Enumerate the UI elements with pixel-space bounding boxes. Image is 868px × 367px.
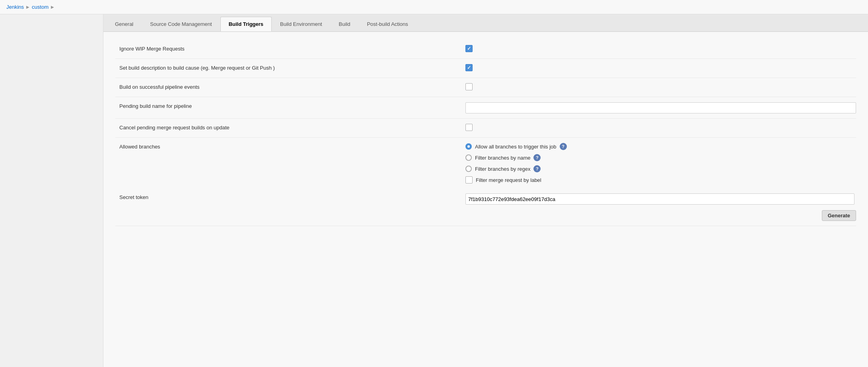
- radio-label-filter-by-name: Filter branches by name: [475, 155, 530, 161]
- label-pending-build-name: Pending build name for pipeline: [115, 102, 465, 109]
- radio-filter-by-regex[interactable]: [465, 166, 472, 172]
- label-build-on-pipeline: Build on successful pipeline events: [115, 83, 465, 90]
- radio-label-filter-by-label: Filter merge request by label: [476, 177, 541, 183]
- form-row-build-on-pipeline: Build on successful pipeline events: [115, 78, 856, 97]
- breadcrumb-jenkins[interactable]: Jenkins: [6, 4, 24, 10]
- radio-option-filter-by-name: Filter branches by name ?: [465, 154, 567, 161]
- tab-build-triggers[interactable]: Build Triggers: [220, 17, 272, 31]
- form-row-cancel-pending: Cancel pending merge request builds on u…: [115, 119, 856, 138]
- form-row-allowed-branches: Allowed branches Allow all branches to t…: [115, 138, 856, 188]
- breadcrumb-custom[interactable]: custom: [32, 4, 49, 10]
- tab-general[interactable]: General: [107, 17, 142, 31]
- radio-label-filter-by-regex: Filter branches by regex: [475, 166, 530, 172]
- help-icon-filter-by-regex[interactable]: ?: [533, 165, 541, 172]
- radio-option-all-branches: Allow all branches to trigger this job ?: [465, 143, 567, 150]
- content-area: General Source Code Management Build Tri…: [103, 14, 868, 367]
- control-allowed-branches: Allow all branches to trigger this job ?…: [465, 143, 856, 184]
- tab-post-build[interactable]: Post-build Actions: [358, 17, 416, 31]
- radio-option-filter-by-label: Filter merge request by label: [465, 176, 567, 184]
- main-layout: General Source Code Management Build Tri…: [0, 14, 868, 367]
- help-icon-all-branches[interactable]: ?: [560, 143, 567, 150]
- help-icon-filter-by-name[interactable]: ?: [533, 154, 541, 161]
- form-row-build-description: Set build description to build cause (eg…: [115, 59, 856, 78]
- radio-group-branches: Allow all branches to trigger this job ?…: [465, 143, 567, 184]
- radio-all-branches[interactable]: [465, 143, 472, 150]
- checkbox-filter-by-label[interactable]: [465, 176, 473, 184]
- tab-bar: General Source Code Management Build Tri…: [103, 14, 868, 32]
- tab-scm[interactable]: Source Code Management: [142, 17, 220, 31]
- form-content: Ignore WIP Merge Requests Set build desc…: [103, 32, 868, 234]
- radio-filter-by-name[interactable]: [465, 154, 472, 161]
- label-secret-token: Secret token: [115, 193, 465, 200]
- generate-button[interactable]: Generate: [822, 210, 856, 221]
- form-row-secret-token: Secret token Generate: [115, 188, 856, 226]
- breadcrumb-arrow-2: ▶: [51, 5, 54, 9]
- label-build-description: Set build description to build cause (eg…: [115, 64, 465, 71]
- checkbox-build-description[interactable]: [465, 64, 473, 71]
- checkbox-ignore-wip[interactable]: [465, 45, 473, 52]
- tab-build-env[interactable]: Build Environment: [272, 17, 331, 31]
- breadcrumb-arrow-1: ▶: [26, 5, 29, 9]
- sidebar: [0, 14, 103, 367]
- label-ignore-wip: Ignore WIP Merge Requests: [115, 45, 465, 52]
- label-allowed-branches: Allowed branches: [115, 143, 465, 150]
- checkbox-build-on-pipeline[interactable]: [465, 83, 473, 90]
- tab-build[interactable]: Build: [331, 17, 359, 31]
- form-row-ignore-wip: Ignore WIP Merge Requests: [115, 40, 856, 59]
- checkbox-cancel-pending[interactable]: [465, 124, 473, 131]
- form-row-pending-build-name: Pending build name for pipeline: [115, 97, 856, 119]
- radio-label-all-branches: Allow all branches to trigger this job: [475, 144, 557, 150]
- input-pending-build-name[interactable]: [465, 102, 856, 113]
- control-secret-token: [465, 193, 856, 205]
- control-ignore-wip: [465, 45, 856, 52]
- control-cancel-pending: [465, 123, 856, 131]
- control-pending-build-name: [465, 102, 856, 113]
- control-build-on-pipeline: [465, 83, 856, 90]
- breadcrumb-bar: Jenkins ▶ custom ▶: [0, 0, 868, 14]
- control-build-description: [465, 64, 856, 71]
- label-cancel-pending: Cancel pending merge request builds on u…: [115, 123, 465, 131]
- radio-option-filter-by-regex: Filter branches by regex ?: [465, 165, 567, 172]
- input-secret-token[interactable]: [465, 193, 854, 205]
